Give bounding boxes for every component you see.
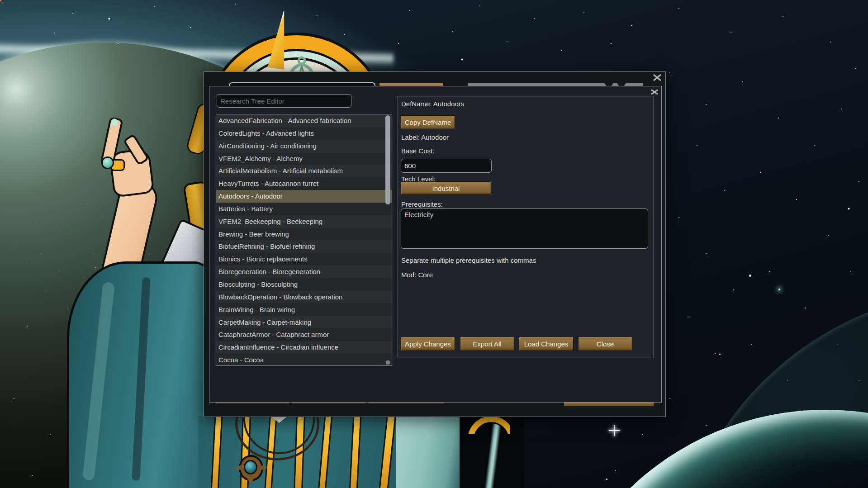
gold-bracelet-ring	[465, 415, 510, 434]
list-item[interactable]: CarpetMaking - Carpet-making	[216, 316, 392, 329]
teal-robe-left	[67, 261, 210, 488]
list-item[interactable]: AdvancedFabrication - Advanced fabricati…	[216, 114, 392, 127]
sparkle-star	[611, 427, 618, 434]
prerequisites-hint: Separate multiple prerequisites with com…	[401, 256, 536, 265]
list-item[interactable]: Biosculpting - Biosculpting	[216, 278, 392, 291]
scrollbar-thumb[interactable]	[385, 115, 390, 204]
game-screen: AdvancedFabrication - Advanced fabricati…	[0, 0, 868, 488]
export-all-button[interactable]: Export All	[460, 337, 514, 351]
cyan-glow-star	[778, 289, 780, 290]
list-item[interactable]: CataphractArmor - Cataphract armor	[216, 328, 392, 341]
label-text: Label: Autodoor	[401, 133, 449, 142]
research-list: AdvancedFabrication - Advanced fabricati…	[216, 114, 392, 366]
list-item[interactable]: BlowbackOperation - Blowback operation	[216, 291, 392, 303]
list-item[interactable]: Bioregeneration - Bioregeneration	[216, 265, 392, 278]
orange-dust	[0, 0, 1, 1]
list-item[interactable]: CircadianInfluence - Circadian influence	[216, 341, 392, 354]
prerequisites-label: Prerequisites:	[401, 200, 443, 208]
list-item[interactable]: Batteries - Battery	[216, 203, 392, 215]
list-item[interactable]: ColoredLights - Advanced lights	[216, 127, 392, 140]
mod-label: Mod: Core	[401, 271, 433, 279]
research-tree-editor-dialog: AdvancedFabrication - Advanced fabricati…	[209, 86, 662, 403]
apply-changes-button[interactable]: Apply Changes	[401, 337, 455, 351]
defname-label: DefName: Autodoors	[401, 100, 464, 108]
list-item[interactable]: ArtificialMetabolism - Artificial metabo…	[216, 165, 392, 177]
list-item[interactable]: VFEM2_Beekeeping - Beekeeping	[216, 215, 392, 228]
prerequisites-textarea[interactable]: Electricity	[401, 208, 648, 249]
list-item[interactable]: AirConditioning - Air conditioning	[216, 140, 392, 152]
outer-close-icon[interactable]	[652, 73, 662, 82]
tech-level-button[interactable]: Industrial	[401, 181, 491, 195]
load-changes-button[interactable]: Load Changes	[519, 337, 574, 351]
list-item[interactable]: Brewing - Beer brewing	[216, 228, 392, 241]
list-item[interactable]: VFEM2_Alchemy - Alchemy	[216, 152, 392, 165]
search-input[interactable]	[217, 94, 351, 108]
inner-close-icon[interactable]	[650, 89, 659, 95]
base-cost-input[interactable]	[401, 159, 492, 173]
list-item[interactable]: Bionics - Bionic replacements	[216, 253, 392, 265]
list-item[interactable]: Cocoa - Cocoa	[216, 354, 392, 366]
list-item-selected[interactable]: Autodoors - Autodoor	[216, 190, 392, 203]
light-teal-cloak	[396, 416, 462, 488]
bronze-pendant	[239, 455, 263, 481]
close-button[interactable]: Close	[578, 337, 632, 351]
list-item[interactable]: HeavyTurrets - Autocannon turret	[216, 177, 392, 190]
copy-defname-button[interactable]: Copy DefName	[401, 115, 455, 129]
base-cost-label: Base Cost:	[401, 147, 434, 155]
glowing-crescent-planet	[543, 410, 868, 488]
detail-panel: DefName: Autodoors Copy DefName Label: A…	[398, 96, 654, 357]
list-item[interactable]: BrainWiring - Brain wiring	[216, 303, 392, 316]
list-item[interactable]: BiofuelRefining - Biofuel refining	[216, 240, 392, 253]
teal-ring-gem	[101, 156, 114, 169]
list-scrollbar	[385, 115, 390, 365]
scrollbar-end-cap	[386, 360, 390, 365]
